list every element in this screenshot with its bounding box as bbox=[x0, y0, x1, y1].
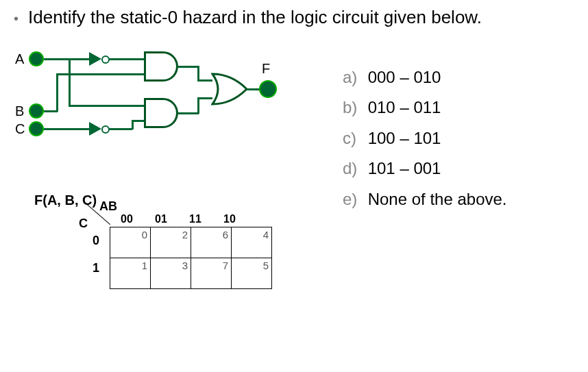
option-letter: e) bbox=[343, 184, 363, 214]
wire bbox=[69, 105, 144, 107]
kmap-diagonal-line bbox=[86, 203, 113, 227]
wire bbox=[178, 66, 199, 68]
option-e: e) None of the above. bbox=[343, 184, 507, 214]
output-label-f: F bbox=[262, 61, 270, 77]
left-column: A B C bbox=[14, 49, 302, 302]
kmap-cell: 1 bbox=[110, 258, 151, 289]
option-d: d) 101 – 001 bbox=[343, 153, 507, 184]
question-text: Identify the static-0 hazard in the logi… bbox=[28, 7, 482, 28]
kmap-col-header: 11 bbox=[178, 213, 212, 225]
question-row: • Identify the static-0 hazard in the lo… bbox=[14, 7, 574, 28]
option-b: b) 010 – 011 bbox=[343, 92, 507, 123]
wire bbox=[108, 58, 144, 60]
kmap-row-header: 1 bbox=[93, 254, 99, 282]
kmap-row-header: 0 bbox=[93, 227, 99, 254]
kmap-diagram: F(A, B, C) AB C 00 01 11 10 0 1 0 2 6 4 bbox=[34, 193, 302, 302]
wire bbox=[56, 73, 58, 112]
option-value: 010 – 011 bbox=[368, 98, 441, 116]
output-pin-f bbox=[259, 80, 277, 98]
wire bbox=[197, 97, 199, 114]
wire bbox=[44, 110, 58, 112]
logic-circuit-diagram: A B C bbox=[14, 49, 288, 165]
or-gate-icon bbox=[211, 73, 249, 106]
kmap-cell: 5 bbox=[232, 258, 272, 289]
option-letter: c) bbox=[343, 123, 363, 153]
input-pin-b bbox=[29, 103, 44, 119]
kmap-cell: 2 bbox=[151, 227, 191, 258]
option-letter: b) bbox=[343, 92, 363, 123]
option-letter: a) bbox=[343, 62, 363, 92]
kmap-cell: 7 bbox=[191, 258, 232, 289]
not-gate-icon bbox=[89, 52, 101, 66]
wire bbox=[178, 112, 199, 114]
option-value: 000 – 010 bbox=[368, 68, 441, 86]
option-value: None of the above. bbox=[368, 190, 507, 208]
not-gate-icon bbox=[89, 122, 101, 136]
wire bbox=[247, 88, 260, 90]
input-pin-a bbox=[29, 51, 44, 66]
input-label-a: A bbox=[15, 51, 24, 67]
option-a: a) 000 – 010 bbox=[343, 62, 507, 92]
input-pin-c bbox=[29, 121, 44, 136]
kmap-row-headers: 0 1 bbox=[93, 227, 99, 282]
kmap-cell: 0 bbox=[110, 227, 151, 258]
kmap-cell: 6 bbox=[191, 227, 232, 258]
wire bbox=[56, 73, 144, 75]
wire bbox=[197, 79, 212, 82]
kmap-col-header: 01 bbox=[144, 213, 178, 225]
and-gate-icon bbox=[144, 98, 178, 128]
wire bbox=[44, 128, 89, 130]
wire bbox=[44, 58, 89, 60]
wire bbox=[197, 66, 199, 81]
option-value: 101 – 001 bbox=[368, 159, 441, 177]
bullet: • bbox=[14, 11, 19, 27]
input-label-b: B bbox=[15, 103, 24, 119]
main-content: A B C bbox=[14, 49, 574, 302]
input-label-c: C bbox=[15, 121, 25, 137]
wire bbox=[132, 120, 144, 122]
option-value: 100 – 101 bbox=[368, 129, 441, 147]
answer-options: a) 000 – 010 b) 010 – 011 c) 100 – 101 d… bbox=[343, 62, 507, 214]
kmap-col-header: 00 bbox=[110, 213, 144, 225]
kmap-table: 0 2 6 4 1 3 7 5 bbox=[110, 227, 272, 289]
kmap-cell: 4 bbox=[232, 227, 272, 258]
wire bbox=[197, 97, 212, 99]
option-letter: d) bbox=[343, 153, 363, 184]
kmap-col-headers: 00 01 11 10 bbox=[110, 213, 247, 225]
and-gate-icon bbox=[144, 51, 178, 82]
wire bbox=[69, 58, 71, 106]
kmap-cell: 3 bbox=[151, 258, 191, 289]
option-c: c) 100 – 101 bbox=[343, 123, 507, 153]
kmap-col-header: 10 bbox=[212, 213, 247, 225]
wire bbox=[108, 128, 132, 130]
